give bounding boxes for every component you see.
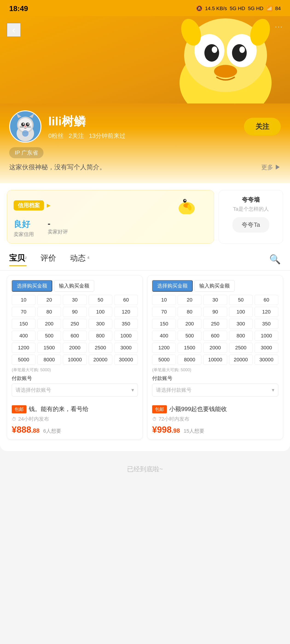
p2-amount-80[interactable]: 80	[178, 307, 201, 317]
product-title-1: 钱。能有的来，看号给	[29, 405, 89, 413]
amount-50[interactable]: 50	[89, 295, 112, 305]
amount-800[interactable]: 800	[89, 331, 112, 341]
amount-1500[interactable]: 1500	[37, 343, 61, 353]
amount-100[interactable]: 100	[89, 307, 112, 317]
recharge-tab-active-2[interactable]: 选择购买金额	[152, 280, 193, 292]
p2-amount-400[interactable]: 400	[152, 331, 176, 341]
amount-350[interactable]: 350	[114, 319, 138, 329]
svg-point-7	[239, 46, 245, 53]
amount-90[interactable]: 90	[63, 307, 87, 317]
p2-amount-20000[interactable]: 20000	[229, 355, 253, 365]
amount-30[interactable]: 30	[63, 295, 87, 305]
praise-card: 夸夸墙 Ta是个怎样的人 夸夸Ta	[219, 190, 283, 244]
amount-grid-2: 10 20 30 50 60 70 80 90 100 120 150 200 …	[152, 295, 278, 365]
svg-point-6	[212, 46, 217, 53]
seller-credit-item: 良好 卖家信用	[14, 219, 34, 238]
svg-point-26	[22, 130, 29, 136]
amount-2000[interactable]: 2000	[63, 343, 87, 353]
seller-praise-item: - 卖家好评	[48, 219, 68, 238]
amount-250[interactable]: 250	[63, 319, 87, 329]
p2-amount-8000[interactable]: 8000	[178, 355, 201, 365]
delivery-row-2: ⏱ 72小时内发布	[152, 416, 278, 422]
clock-icon-1: ⏱	[12, 416, 16, 422]
tab-dongtai[interactable]: 动态 ⁴	[70, 253, 90, 266]
more-button[interactable]: ···	[275, 23, 283, 30]
praise-button[interactable]: 夸夸Ta	[232, 217, 269, 232]
tab-pingjia[interactable]: 评价	[41, 253, 56, 266]
status-time: 18:49	[9, 4, 28, 13]
recharge-tab-active-1[interactable]: 选择购买金额	[12, 280, 52, 292]
max-note-1: (单笔最大可购: 5000)	[12, 367, 138, 372]
recharge-header-2: 选择购买金额 输入购买金额	[152, 280, 278, 292]
follow-button[interactable]: 关注	[244, 118, 281, 136]
recharge-tab-input-2[interactable]: 输入购买金额	[194, 280, 234, 292]
amount-3000[interactable]: 3000	[114, 343, 138, 353]
p2-amount-150[interactable]: 150	[152, 319, 176, 329]
search-button[interactable]: 🔍	[269, 254, 281, 265]
last-seen: 13分钟前来过	[89, 132, 125, 139]
back-button[interactable]: ‹	[7, 23, 21, 37]
dropdown-icon-1: ▾	[131, 387, 134, 393]
p2-amount-100[interactable]: 100	[229, 307, 253, 317]
p2-amount-500[interactable]: 500	[178, 331, 201, 341]
amount-70[interactable]: 70	[12, 307, 36, 317]
amount-300[interactable]: 300	[89, 319, 112, 329]
amount-500[interactable]: 500	[37, 331, 61, 341]
recharge-tab-input-1[interactable]: 输入购买金额	[54, 280, 94, 292]
p2-amount-5000[interactable]: 5000	[152, 355, 176, 365]
praise-title: 夸夸墙	[242, 196, 260, 204]
amount-5000[interactable]: 5000	[12, 355, 36, 365]
p2-amount-90[interactable]: 90	[203, 307, 227, 317]
product-recharge-1: 选择购买金额 输入购买金额 10 20 30 50 60 70 80 90 10…	[7, 276, 142, 401]
amount-30000[interactable]: 30000	[114, 355, 138, 365]
svg-point-19	[23, 123, 24, 125]
p2-amount-60[interactable]: 60	[254, 295, 278, 305]
amount-20000[interactable]: 20000	[89, 355, 112, 365]
p2-amount-70[interactable]: 70	[152, 307, 176, 317]
amount-60[interactable]: 60	[114, 295, 138, 305]
ip-tag: IP 广东省	[9, 147, 44, 158]
amount-1200[interactable]: 1200	[12, 343, 36, 353]
following-count: 2关注	[69, 132, 84, 139]
p2-amount-10[interactable]: 10	[152, 295, 176, 305]
p2-amount-300[interactable]: 300	[229, 319, 253, 329]
seller-credit-value: 良好	[14, 219, 34, 230]
p2-amount-350[interactable]: 350	[254, 319, 278, 329]
amount-120[interactable]: 120	[114, 307, 138, 317]
p2-amount-30000[interactable]: 30000	[254, 355, 278, 365]
p2-amount-20[interactable]: 20	[178, 295, 201, 305]
amount-600[interactable]: 600	[63, 331, 87, 341]
p2-amount-600[interactable]: 600	[203, 331, 227, 341]
amount-2500[interactable]: 2500	[89, 343, 112, 353]
p2-amount-200[interactable]: 200	[178, 319, 201, 329]
product-card-1: 选择购买金额 输入购买金额 10 20 30 50 60 70 80 90 10…	[7, 275, 143, 440]
p2-amount-1000[interactable]: 1000	[254, 331, 278, 341]
amount-200[interactable]: 200	[37, 319, 61, 329]
p2-amount-250[interactable]: 250	[203, 319, 227, 329]
amount-20[interactable]: 20	[37, 295, 61, 305]
amount-10[interactable]: 10	[12, 295, 36, 305]
amount-10000[interactable]: 10000	[63, 355, 87, 365]
credit-title-row: 信用档案 ▶	[14, 196, 207, 215]
amount-150[interactable]: 150	[12, 319, 36, 329]
p2-amount-1500[interactable]: 1500	[178, 343, 201, 353]
pay-select-2[interactable]: 请选择付款账号 ▾	[152, 384, 278, 396]
p2-amount-50[interactable]: 50	[229, 295, 253, 305]
more-link[interactable]: 更多 ▶	[261, 163, 281, 171]
amount-8000[interactable]: 8000	[37, 355, 61, 365]
amount-1000[interactable]: 1000	[114, 331, 138, 341]
p2-amount-2000[interactable]: 2000	[203, 343, 227, 353]
amount-400[interactable]: 400	[12, 331, 36, 341]
tab-baobei-label: 宝贝	[9, 254, 25, 262]
p2-amount-120[interactable]: 120	[254, 307, 278, 317]
p2-amount-30[interactable]: 30	[203, 295, 227, 305]
tab-baobei[interactable]: 宝贝²	[9, 253, 27, 266]
p2-amount-10000[interactable]: 10000	[203, 355, 227, 365]
p2-amount-1200[interactable]: 1200	[152, 343, 176, 353]
pay-select-1[interactable]: 请选择付款账号 ▾	[12, 384, 138, 396]
amount-80[interactable]: 80	[37, 307, 61, 317]
p2-amount-2500[interactable]: 2500	[229, 343, 253, 353]
p2-amount-800[interactable]: 800	[229, 331, 253, 341]
dropdown-icon-2: ▾	[272, 387, 274, 393]
p2-amount-3000[interactable]: 3000	[254, 343, 278, 353]
